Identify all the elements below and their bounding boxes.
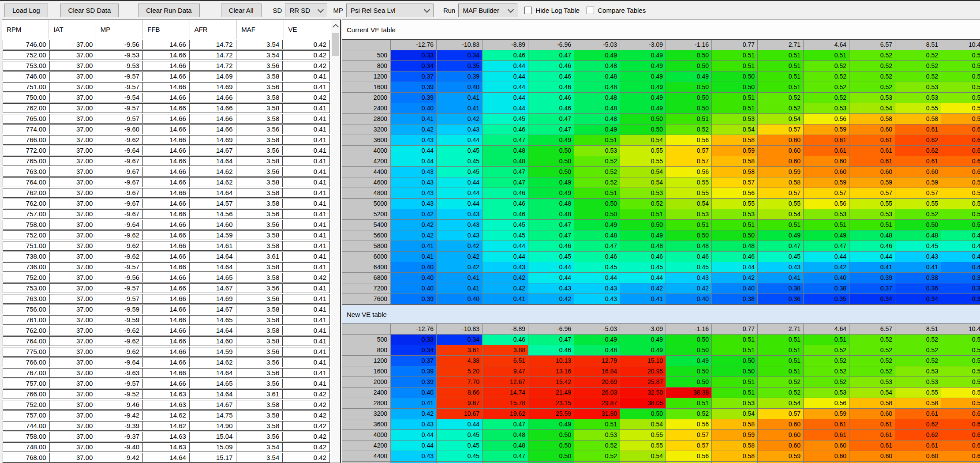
ve-cell[interactable]: 0.48 xyxy=(712,241,758,252)
log-row[interactable]: 768.0037.00-9.4214.6415.173.540.42 xyxy=(3,453,330,463)
ve-cell[interactable]: 0.51 xyxy=(712,103,758,114)
ve-cell[interactable]: 16.84 xyxy=(574,366,620,377)
ve-cell[interactable]: 0.52 xyxy=(804,61,849,72)
ve-cell[interactable]: 0.57 xyxy=(804,188,849,199)
ve-cell[interactable]: 0.41 xyxy=(437,103,483,114)
ve-cell[interactable]: 0.61 xyxy=(941,156,980,167)
ve-cell[interactable]: 25.87 xyxy=(620,377,666,388)
ve-cell[interactable]: 0.41 xyxy=(758,273,804,283)
ve-cell[interactable]: 0.53 xyxy=(804,388,849,398)
scrollbar-thumb[interactable] xyxy=(332,33,339,56)
ve-cell[interactable]: 0.61 xyxy=(849,440,895,451)
ve-cell[interactable]: 0.48 xyxy=(574,230,620,241)
ve-cell[interactable]: 0.55 xyxy=(620,440,666,451)
ve-cell[interactable]: 0.49 xyxy=(574,335,620,345)
ve-cell[interactable]: 0.46 xyxy=(483,188,528,199)
ve-cell[interactable]: 0.48 xyxy=(620,241,666,252)
ve-cell[interactable]: 0.52 xyxy=(804,72,849,82)
ve-cell[interactable]: 0.59 xyxy=(849,177,895,188)
ve-cell[interactable]: 0.56 xyxy=(712,188,758,199)
ve-cell[interactable]: 0.54 xyxy=(712,124,758,135)
ve-cell[interactable]: 0.43 xyxy=(391,188,437,199)
ve-cell[interactable]: 0.51 xyxy=(712,377,758,388)
ve-cell[interactable]: 0.40 xyxy=(391,388,437,398)
clear-run-data-button[interactable]: Clear Run Data xyxy=(138,4,199,17)
ve-cell[interactable]: 0.55 xyxy=(666,177,712,188)
ve-cell[interactable]: 12.79 xyxy=(574,356,620,366)
ve-cell[interactable]: 0.39 xyxy=(391,93,437,103)
ve-cell[interactable]: 0.51 xyxy=(804,335,849,345)
ve-cell[interactable]: 0.34 xyxy=(437,50,483,61)
ve-cell[interactable]: 0.38 xyxy=(941,273,980,283)
ve-cell[interactable]: 0.51 xyxy=(849,220,895,230)
ve-cell[interactable]: 0.44 xyxy=(483,82,528,93)
ve-cell[interactable]: 0.55 xyxy=(712,199,758,209)
ve-cell[interactable]: 0.44 xyxy=(712,262,758,273)
ve-cell[interactable]: 0.57 xyxy=(941,188,980,199)
ve-cell[interactable]: 0.53 xyxy=(712,398,758,409)
ve-cell[interactable]: 0.50 xyxy=(574,209,620,220)
ve-cell[interactable]: 0.45 xyxy=(895,241,941,252)
ve-cell[interactable]: 0.43 xyxy=(574,283,620,294)
ve-cell[interactable]: 0.56 xyxy=(941,103,980,114)
ve-cell[interactable]: 0.53 xyxy=(895,366,941,377)
ve-cell[interactable]: 0.44 xyxy=(437,135,483,146)
ve-cell[interactable]: 0.47 xyxy=(528,50,574,61)
ve-cell[interactable]: 0.42 xyxy=(437,241,483,252)
ve-cell[interactable]: 0.36 xyxy=(941,283,980,294)
ve-cell[interactable]: 0.51 xyxy=(666,114,712,124)
ve-cell[interactable]: 0.49 xyxy=(620,50,666,61)
ve-cell[interactable]: 0.47 xyxy=(528,220,574,230)
ve-cell[interactable]: 0.61 xyxy=(895,156,941,167)
ve-cell[interactable]: 0.50 xyxy=(666,93,712,103)
ve-cell[interactable]: 0.61 xyxy=(804,419,849,430)
ve-cell[interactable]: 0.47 xyxy=(483,451,528,462)
ve-cell[interactable]: 0.47 xyxy=(758,241,804,252)
ve-cell[interactable]: 0.50 xyxy=(528,440,574,451)
ve-cell[interactable]: 0.61 xyxy=(895,124,941,135)
ve-cell[interactable]: 0.46 xyxy=(666,252,712,262)
ve-cell[interactable]: 0.62 xyxy=(941,146,980,156)
log-column-header-afr[interactable]: AFR xyxy=(190,20,237,39)
ve-cell[interactable]: 0.51 xyxy=(804,220,849,230)
ve-cell[interactable]: 0.51 xyxy=(758,366,804,377)
ve-cell[interactable]: 0.52 xyxy=(895,50,941,61)
ve-cell[interactable]: 3.88 xyxy=(483,345,528,356)
log-row[interactable]: 746.0037.00-9.5614.6614.723.540.42 xyxy=(3,40,330,49)
ve-cell[interactable]: 0.41 xyxy=(391,398,437,409)
ve-cell[interactable]: 0.61 xyxy=(895,440,941,451)
ve-cell[interactable]: 0.34 xyxy=(391,61,437,72)
ve-cell[interactable]: 0.43 xyxy=(391,177,437,188)
ve-cell[interactable]: 0.42 xyxy=(712,273,758,283)
log-row[interactable]: 738.0037.00-9.6214.6614.643.610.41 xyxy=(3,252,330,261)
ve-cell[interactable]: 0.61 xyxy=(895,409,941,419)
log-row[interactable]: 762.0037.00-9.5714.6614.663.580.41 xyxy=(3,103,330,113)
log-row[interactable]: 764.0037.00-9.6714.6614.623.580.41 xyxy=(3,177,330,187)
log-row[interactable]: 756.0037.00-9.5914.6614.673.580.41 xyxy=(3,305,330,314)
ve-cell[interactable]: 0.50 xyxy=(666,82,712,93)
ve-cell[interactable]: 0.52 xyxy=(758,93,804,103)
ve-cell[interactable]: 0.41 xyxy=(437,283,483,294)
ve-cell[interactable]: 0.60 xyxy=(895,167,941,177)
ve-cell[interactable]: 0.44 xyxy=(483,61,528,72)
log-column-header-rpm[interactable]: RPM xyxy=(2,20,49,39)
ve-cell[interactable]: 0.57 xyxy=(666,440,712,451)
ve-cell[interactable]: 0.49 xyxy=(666,356,712,366)
ve-cell[interactable]: 0.42 xyxy=(437,252,483,262)
ve-cell[interactable]: 0.45 xyxy=(528,252,574,262)
ve-cell[interactable]: 0.42 xyxy=(391,409,437,419)
ve-cell[interactable]: 23.15 xyxy=(528,398,574,409)
ve-cell[interactable]: 0.51 xyxy=(666,220,712,230)
ve-cell[interactable]: 0.41 xyxy=(437,273,483,283)
ve-cell[interactable]: 0.58 xyxy=(849,398,895,409)
ve-cell[interactable]: 0.49 xyxy=(528,135,574,146)
ve-cell[interactable]: 0.35 xyxy=(804,294,849,305)
ve-cell[interactable]: 0.42 xyxy=(620,283,666,294)
ve-cell[interactable]: 0.52 xyxy=(895,335,941,345)
ve-cell[interactable]: 0.48 xyxy=(483,146,528,156)
ve-cell[interactable]: 0.46 xyxy=(528,61,574,72)
ve-cell[interactable]: 0.48 xyxy=(574,82,620,93)
ve-cell[interactable]: 0.52 xyxy=(574,156,620,167)
ve-cell[interactable]: 0.51 xyxy=(574,135,620,146)
ve-cell[interactable]: 0.52 xyxy=(941,335,980,345)
